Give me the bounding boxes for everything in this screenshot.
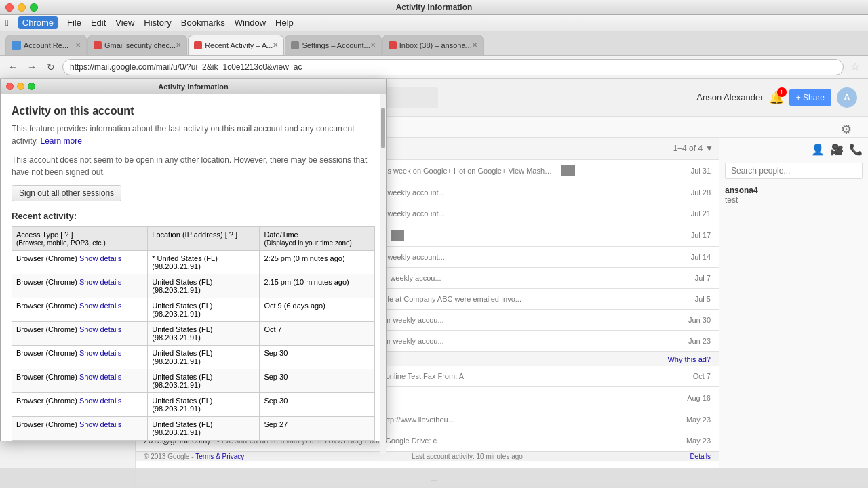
tab-label-0: Account Re... — [24, 41, 68, 49]
window-menu[interactable]: Window — [235, 18, 266, 28]
dock-text: ... — [431, 474, 437, 483]
table-row: Browser (Chrome) Show detailsUnited Stat… — [12, 393, 375, 417]
col-header-location: Location (IP address) [ ? ] — [148, 227, 260, 251]
show-details-link-0[interactable]: Show details — [79, 254, 121, 262]
cell-access-type-5: Browser (Chrome) Show details — [12, 369, 148, 393]
traffic-lights — [5, 3, 38, 12]
cell-datetime-6: Sep 30 — [260, 393, 375, 417]
tab-gmail-security[interactable]: Gmail security chec... ✕ — [87, 35, 187, 55]
terms-link[interactable]: Terms & Privacy — [195, 453, 244, 460]
cell-datetime-0: 2:25 pm (0 minutes ago) — [260, 251, 375, 274]
contact-name: ansona4 — [725, 186, 863, 195]
bookmarks-menu[interactable]: Bookmarks — [181, 18, 225, 28]
cell-datetime-7: Sep 27 — [260, 417, 375, 441]
video-icon[interactable]: 🎥 — [830, 143, 844, 156]
email-date-vl: May 23 — [686, 415, 711, 424]
tab-label-2: Recent Activity – A... — [205, 41, 273, 49]
tab-account-re[interactable]: Account Re... ✕ — [5, 35, 87, 55]
tab-close-3[interactable]: ✕ — [370, 41, 376, 49]
modal-description-1: This feature provides information about … — [12, 123, 375, 147]
modal-description-2: This account does not seem to be open in… — [12, 154, 375, 178]
cell-access-type-2: Browser (Chrome) Show details — [12, 298, 148, 322]
modal-scrollbar-thumb[interactable] — [381, 108, 385, 148]
chrome-menu[interactable]: Chrome — [18, 16, 58, 29]
pagination-expand-icon[interactable]: ▼ — [705, 144, 713, 153]
show-details-link-6[interactable]: Show details — [79, 396, 121, 405]
maximize-window-button[interactable] — [30, 3, 38, 12]
show-details-link-1[interactable]: Show details — [79, 278, 121, 286]
mac-menubar:  Chrome File Edit View History Bookmark… — [0, 15, 868, 31]
show-details-link-5[interactable]: Show details — [79, 373, 121, 381]
tab-close-1[interactable]: ✕ — [176, 41, 181, 49]
phone-icon[interactable]: 📞 — [849, 143, 863, 156]
url-text: https://mail.google.com/mail/u/0/?ui=2&i… — [70, 62, 302, 72]
bookmark-star[interactable]: ☆ — [848, 60, 863, 75]
email-date-7: Jun 30 — [688, 316, 711, 324]
close-window-button[interactable] — [5, 3, 14, 12]
show-details-link-7[interactable]: Show details — [79, 420, 121, 428]
email-date-1: Jul 28 — [691, 188, 711, 197]
tab-recent-activity[interactable]: Recent Activity – A... ✕ — [188, 35, 284, 55]
cell-access-type-4: Browser (Chrome) Show details — [12, 346, 148, 369]
col-header-datetime: Date/Time (Displayed in your time zone) — [260, 227, 375, 251]
modal-minimize-button[interactable] — [17, 83, 24, 90]
settings-gear-icon[interactable]: ⚙ — [841, 122, 852, 137]
tab-settings[interactable]: Settings – Account... ✕ — [285, 35, 381, 55]
modal-maximize-button[interactable] — [28, 83, 35, 90]
apple-menu[interactable]:  — [5, 18, 9, 28]
tab-inbox[interactable]: Inbox (38) – ansona... ✕ — [382, 35, 484, 55]
tab-favicon-2 — [194, 41, 202, 49]
cell-access-type-3: Browser (Chrome) Show details — [12, 322, 148, 346]
dock-bar: ... — [0, 468, 868, 488]
details-link[interactable]: Details — [690, 453, 711, 460]
view-menu[interactable]: View — [115, 18, 134, 28]
show-details-link-2[interactable]: Show details — [79, 302, 121, 310]
right-panel-actions: 👤 🎥 📞 — [725, 143, 863, 156]
search-people-input[interactable] — [725, 163, 863, 179]
email-date-gp: Aug 16 — [687, 394, 711, 402]
share-button[interactable]: + Share — [789, 89, 831, 106]
cell-datetime-8: Sep 16 — [260, 441, 375, 441]
tab-favicon-3 — [291, 41, 299, 49]
cell-location-7: United States (FL)(98.203.21.91) — [148, 417, 260, 441]
modal-heading: Activity on this account — [12, 105, 375, 117]
learn-more-link[interactable]: Learn more — [40, 136, 81, 146]
minimize-window-button[interactable] — [18, 3, 26, 12]
url-bar[interactable]: https://mail.google.com/mail/u/0/?ui=2&i… — [62, 59, 844, 75]
back-button[interactable]: ← — [5, 60, 20, 75]
gmail-contact: ansona4 test — [725, 186, 863, 205]
file-menu[interactable]: File — [67, 18, 81, 28]
activity-table: Access Type [ ? ] (Browser, mobile, POP3… — [12, 226, 375, 441]
sign-out-button[interactable]: Sign out all other sessions — [12, 185, 121, 201]
tab-close-2[interactable]: ✕ — [273, 41, 278, 49]
edit-menu[interactable]: Edit — [91, 18, 106, 28]
show-details-link-3[interactable]: Show details — [79, 325, 121, 333]
email-date-hf: Oct 7 — [693, 372, 711, 380]
tab-close-4[interactable]: ✕ — [472, 41, 477, 49]
modal-close-button[interactable] — [6, 83, 14, 90]
email-date-5: Jul 7 — [695, 274, 711, 282]
modal-scrollbar[interactable] — [380, 94, 386, 455]
pagination-text: 1–4 of 4 — [673, 144, 703, 153]
cell-location-5: United States (FL)(98.203.21.91) — [148, 369, 260, 393]
table-row: Browser (Chrome) Show detailsUnited Stat… — [12, 298, 375, 322]
why-this-ad-link[interactable]: Why this ad? — [667, 355, 711, 363]
last-activity-text: Last account activity: 10 minutes ago — [412, 453, 523, 460]
cell-location-4: United States (FL)(98.203.21.91) — [148, 346, 260, 369]
gmail-right-panel: 👤 🎥 📞 ansona4 test — [719, 138, 868, 486]
tab-close-0[interactable]: ✕ — [75, 41, 81, 49]
show-details-link-4[interactable]: Show details — [79, 349, 121, 357]
email-date-8: Jun 23 — [688, 337, 711, 345]
history-menu[interactable]: History — [144, 18, 171, 28]
help-menu[interactable]: Help — [275, 18, 294, 28]
cell-datetime-4: Sep 30 — [260, 346, 375, 369]
tab-bar: Account Re... ✕ Gmail security chec... ✕… — [0, 31, 868, 56]
email-date-2: Jul 21 — [691, 209, 711, 218]
tab-favicon-0 — [12, 41, 21, 50]
tab-label-4: Inbox (38) – ansona... — [399, 41, 472, 49]
forward-button[interactable]: → — [24, 60, 39, 75]
person-add-icon[interactable]: 👤 — [811, 143, 825, 156]
modal-traffic-lights — [6, 83, 35, 90]
cell-datetime-1: 2:15 pm (10 minutes ago) — [260, 274, 375, 298]
refresh-button[interactable]: ↻ — [43, 60, 58, 75]
